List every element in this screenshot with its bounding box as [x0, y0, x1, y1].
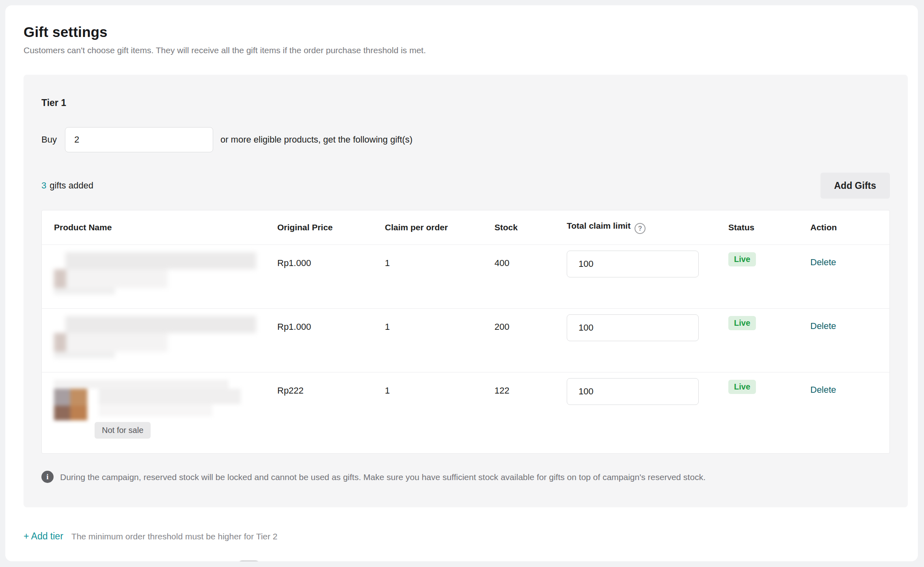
gifts-row: 3gifts added Add Gifts: [41, 173, 890, 199]
add-tier-note: The minimum order threshold must be high…: [71, 532, 278, 541]
threshold-row: Buy or more eligible products, get the f…: [41, 127, 890, 152]
add-tier-row: + Add tier The minimum order threshold m…: [24, 531, 907, 542]
column-header-action: Action: [810, 223, 875, 232]
action-cell: Delete: [810, 372, 875, 395]
gifts-added-text: 3gifts added: [41, 180, 93, 191]
column-header-stock: Stock: [494, 223, 567, 232]
claim-per-order-value: 1: [385, 309, 494, 332]
total-claim-limit-input[interactable]: [567, 314, 699, 341]
add-gifts-button[interactable]: Add Gifts: [820, 173, 890, 199]
original-price-value: Rp1.000: [277, 245, 385, 268]
add-tier-link[interactable]: + Add tier: [24, 531, 63, 542]
total-claim-limit-cell: [567, 245, 728, 277]
tier-title: Tier 1: [41, 97, 890, 108]
gift-settings-card: Gift settings Customers can't choose gif…: [5, 5, 918, 561]
column-header-status: Status: [728, 223, 810, 232]
gift-table: Product Name Original Price Claim per or…: [41, 210, 890, 454]
total-claim-limit-input[interactable]: [567, 251, 699, 277]
status-cell: Live: [728, 309, 810, 330]
status-badge: Live: [728, 380, 756, 394]
original-price-value: Rp1.000: [277, 309, 385, 332]
gifts-added-label: gifts added: [50, 180, 93, 190]
column-header-total-claim-limit: Total claim limit?: [567, 221, 728, 234]
column-header-original-price: Original Price: [277, 223, 385, 232]
total-claim-limit-cell: [567, 309, 728, 341]
threshold-suffix: or more eligible products, get the follo…: [220, 134, 412, 145]
page-title: Gift settings: [24, 24, 907, 40]
action-cell: Delete: [810, 309, 875, 331]
column-header-product-name: Product Name: [42, 223, 277, 232]
info-icon: i: [41, 471, 54, 483]
product-thumbnail-blurred: [42, 309, 277, 365]
table-row: Not for sale Rp222 1 122 Live Delete: [42, 372, 889, 453]
total-claim-limit-label: Total claim limit: [567, 221, 630, 230]
delete-link[interactable]: Delete: [810, 372, 836, 395]
not-for-sale-badge: Not for sale: [95, 422, 151, 439]
status-badge: Live: [728, 252, 756, 266]
claim-per-order-value: 1: [385, 372, 494, 396]
total-claim-limit-cell: [567, 372, 728, 405]
table-header-row: Product Name Original Price Claim per or…: [42, 210, 889, 245]
page-subtitle: Customers can't choose gift items. They …: [24, 45, 907, 55]
tier-panel: Tier 1 Buy or more eligible products, ge…: [24, 75, 908, 507]
limit-per-customer-toggle[interactable]: [236, 561, 262, 561]
blurred-product-image: [54, 252, 261, 294]
claim-per-order-value: 1: [385, 245, 494, 268]
stock-value: 122: [494, 372, 567, 396]
stock-value: 200: [494, 309, 567, 332]
help-icon[interactable]: ?: [635, 223, 646, 234]
blurred-product-image: [54, 380, 261, 420]
table-row: Rp1.000 1 400 Live Delete: [42, 245, 889, 308]
delete-link[interactable]: Delete: [810, 309, 836, 331]
stock-value: 400: [494, 245, 567, 268]
action-cell: Delete: [810, 245, 875, 268]
product-thumbnail-blurred: Not for sale: [42, 372, 277, 453]
buy-label: Buy: [41, 134, 57, 145]
status-badge: Live: [728, 316, 756, 330]
reserved-stock-note-text: During the campaign, reserved stock will…: [60, 472, 706, 483]
total-claim-limit-input[interactable]: [567, 378, 699, 405]
product-thumbnail-blurred: [42, 245, 277, 301]
blurred-product-image: [54, 316, 261, 358]
column-header-claim-per-order: Claim per order: [385, 223, 494, 232]
limit-per-customer-row: This promotion is limited to one per cus…: [24, 561, 907, 561]
status-cell: Live: [728, 372, 810, 394]
original-price-value: Rp222: [277, 372, 385, 396]
delete-link[interactable]: Delete: [810, 245, 836, 268]
gifts-added-count: 3: [41, 180, 46, 190]
threshold-input[interactable]: [65, 127, 213, 152]
status-cell: Live: [728, 245, 810, 266]
reserved-stock-note: i During the campaign, reserved stock wi…: [41, 472, 890, 483]
table-row: Rp1.000 1 200 Live Delete: [42, 308, 889, 372]
